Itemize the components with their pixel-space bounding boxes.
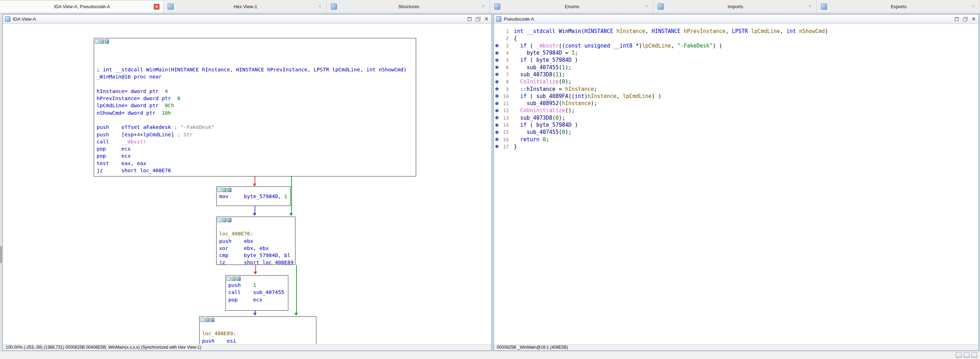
tab-exports[interactable]: Exports× — [817, 0, 980, 13]
pseudocode-canvas[interactable]: 1int __stdcall WinMain(HINSTANCE hInstan… — [494, 24, 978, 344]
pseudocode-line[interactable]: 9 ::hInstance = hInstance; — [494, 85, 978, 92]
node-group-icon[interactable] — [100, 40, 104, 44]
line-number: 7 — [500, 72, 509, 78]
graph-node-2[interactable]: mov byte_57984D, 1 — [216, 186, 291, 206]
pseudocode-line[interactable]: 15 sub_407455(0); — [494, 129, 978, 136]
close-icon: × — [972, 16, 976, 22]
node-group-icon[interactable] — [232, 276, 236, 281]
line-number: 12 — [500, 108, 509, 113]
line-number: 17 — [500, 144, 509, 149]
ida-view-icon — [5, 16, 10, 22]
tab-ida-view-a-pseudocode-a[interactable]: IDA View-A, Pseudocode-A× — [0, 0, 163, 13]
pseudocode-line[interactable]: 7 sub_4073D8(1); — [494, 71, 978, 78]
pseudocode-line[interactable]: 2{ — [494, 35, 978, 42]
pseudocode-line[interactable]: 12 CoUninitialize(); — [494, 107, 978, 114]
tab-structures[interactable]: Structures× — [327, 0, 490, 13]
graph-node-5[interactable]: loc_408E89:push esi — [199, 316, 317, 344]
node-frame-icon[interactable] — [217, 218, 221, 222]
tab-enums[interactable]: Enums× — [490, 0, 653, 13]
float-button[interactable] — [474, 16, 482, 22]
tab-imports[interactable]: Imports× — [653, 0, 817, 13]
node-color-icon[interactable] — [237, 276, 241, 281]
close-pane-icon[interactable] — [972, 353, 977, 357]
close-button[interactable]: × — [483, 16, 490, 22]
code-text: CoInitialize(0); — [514, 78, 572, 85]
code-text: int __stdcall WinMain(HINSTANCE hInstanc… — [514, 28, 828, 35]
graph-edge-red — [255, 176, 255, 184]
graph-node-4[interactable]: push 1call sub_407455pop ecx — [226, 275, 288, 311]
pseudocode-line[interactable]: 8 CoInitialize(0); — [494, 78, 978, 85]
maximize-icon — [468, 17, 471, 21]
close-icon: × — [484, 16, 489, 22]
asm-line: hInstance= dword ptr 4 — [94, 88, 416, 95]
graph-node-3[interactable]: loc_408E76:push ebxxor ebx, ebxcmp byte_… — [216, 217, 296, 265]
pseudocode-line[interactable]: 17} — [494, 143, 978, 150]
restore-pane-icon[interactable] — [956, 353, 961, 357]
asm-line: call sub_407455 — [226, 289, 288, 296]
node-color-icon[interactable] — [210, 318, 215, 322]
node-group-icon[interactable] — [222, 218, 226, 222]
graph-node-header — [216, 187, 290, 193]
asm-line: push ebx — [216, 238, 295, 245]
tab-view-icon — [494, 3, 500, 10]
line-address-dot — [494, 51, 500, 55]
float-button[interactable] — [961, 16, 969, 22]
line-number: 6 — [500, 65, 509, 70]
asm-line: loc_408E89: — [200, 330, 316, 337]
dock-splitter-handle[interactable] — [0, 246, 2, 263]
pseudocode-line[interactable]: 5 if ( byte_57984D ) — [494, 56, 978, 64]
asm-line: _WinMain@16 proc near — [94, 73, 416, 80]
panel-title: IDA View-A — [13, 16, 466, 22]
asm-line — [94, 80, 416, 87]
tab-close-icon[interactable]: × — [970, 3, 976, 9]
close-button[interactable]: × — [970, 16, 977, 22]
float-pane-icon[interactable] — [964, 353, 969, 357]
node-frame-icon[interactable] — [200, 318, 205, 322]
maximize-button[interactable] — [466, 16, 473, 22]
code-text: if ( byte_57984D ) — [514, 57, 578, 63]
pseudocode-line[interactable]: 14 if ( byte_57984D ) — [494, 121, 978, 129]
pseudocode-line[interactable]: 11 sub_408952(hInstance); — [494, 100, 978, 107]
graph-edge-arrow — [294, 313, 298, 316]
tab-close-icon[interactable]: × — [317, 3, 323, 9]
node-frame-icon[interactable] — [226, 276, 231, 281]
asm-line: nShowCmd= dword ptr 10h — [94, 110, 416, 116]
graph-node-1[interactable]: ; int __stdcall WinMain(HINSTANCE hInsta… — [94, 38, 416, 176]
tab-hex-view-1[interactable]: Hex View-1× — [163, 0, 327, 13]
asm-line: lpCmdLine= dword ptr 0Ch — [94, 102, 416, 109]
tab-close-icon[interactable]: × — [644, 3, 649, 9]
node-frame-icon[interactable] — [95, 40, 99, 44]
pseudocode-titlebar[interactable]: Pseudocode-A × — [494, 14, 978, 24]
asm-line: cmp byte_57984D, bl — [216, 252, 295, 259]
maximize-button[interactable] — [953, 16, 960, 22]
pseudocode-line[interactable]: 10 if ( sub_4089FA((int)hInstance, lpCmd… — [494, 93, 978, 100]
asm-line: push 1 — [226, 281, 288, 289]
asm-line: xor ebx, ebx — [216, 245, 295, 252]
tab-close-icon[interactable]: × — [154, 4, 159, 10]
tab-close-icon[interactable]: × — [807, 3, 813, 9]
pseudocode-line[interactable]: 4 byte_57984D = 1; — [494, 49, 978, 56]
tab-view-icon — [658, 3, 663, 10]
graph-canvas[interactable]: ; int __stdcall WinMain(HINSTANCE hInsta… — [3, 24, 492, 344]
node-color-icon[interactable] — [227, 218, 232, 222]
line-number: 2 — [500, 35, 509, 41]
tab-view-icon — [168, 3, 173, 10]
pseudocode-line[interactable]: 1int __stdcall WinMain(HINSTANCE hInstan… — [494, 28, 978, 35]
node-color-icon[interactable] — [105, 40, 109, 44]
node-group-icon[interactable] — [222, 188, 226, 192]
graph-edge-red — [255, 265, 256, 272]
ida-view-titlebar[interactable]: IDA View-A × — [3, 14, 492, 24]
node-group-icon[interactable] — [205, 318, 210, 322]
pseudocode-line[interactable]: 16 return 0; — [494, 136, 978, 143]
pseudocode-line[interactable]: 3 if ( _mbsstr((const unsigned __int8 *)… — [494, 42, 978, 49]
graph-edge-arrow — [253, 272, 257, 275]
pseudocode-line[interactable]: 6 sub_407455(1); — [494, 64, 978, 71]
asm-line: jz short loc_408E76 — [94, 167, 416, 174]
line-number: 3 — [500, 43, 509, 49]
graph-node-header — [216, 217, 295, 223]
tab-close-icon[interactable]: × — [480, 3, 486, 9]
node-frame-icon[interactable] — [217, 188, 221, 192]
code-text: { — [514, 35, 517, 41]
pseudocode-line[interactable]: 13 sub_4073D8(0); — [494, 114, 978, 121]
node-color-icon[interactable] — [227, 188, 232, 192]
